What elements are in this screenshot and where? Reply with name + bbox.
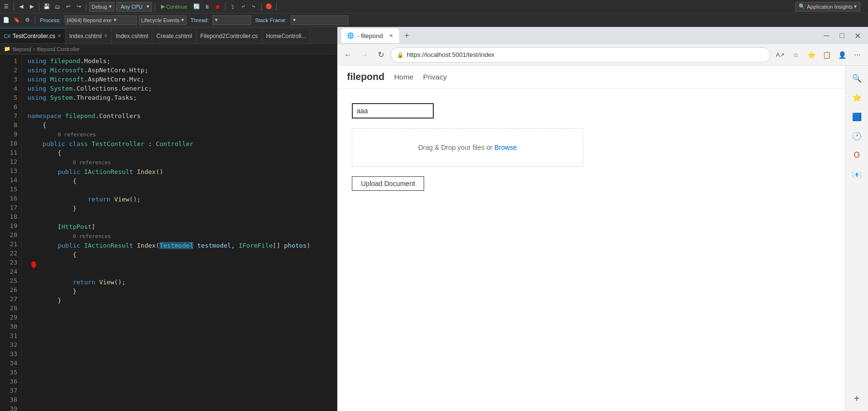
code-panel: C# TestController.cs ✕ Index.cshtml ✕ In… [0, 27, 337, 411]
add-sidebar-icon[interactable]: + [848, 390, 866, 407]
separator [13, 3, 14, 11]
code-text[interactable]: using filepond.Models; using Microsoft.A… [22, 54, 337, 411]
breakpoints-icon[interactable]: 🔴 [265, 2, 273, 11]
favorites-button[interactable]: ☆ [789, 48, 802, 62]
nav-home-link[interactable]: Home [394, 73, 414, 81]
lifecycle-dropdown[interactable]: Lifecycle Events ▾ [139, 15, 187, 25]
text-input-field[interactable] [352, 103, 434, 119]
thread-dropdown[interactable]: ▾ [213, 15, 251, 25]
nav-forward-button[interactable]: → [358, 48, 371, 62]
step-over-icon[interactable]: ⤵ [228, 2, 237, 11]
undo-icon[interactable]: ↩ [64, 2, 72, 11]
search-sidebar-icon[interactable]: 🔍 [848, 69, 866, 87]
browser-chrome: 🌐 - filepond ✕ + ─ □ ✕ ← → ↻ 🔒 [337, 27, 868, 66]
cs-file-icon: C# [4, 33, 11, 39]
line-numbers: 12345 678910 1112131415 1617181920 21222… [0, 54, 22, 411]
browser-tab-title: - filepond [357, 32, 383, 40]
dropzone[interactable]: Drag & Drop your files or Browse [352, 128, 583, 167]
separator [276, 3, 277, 11]
browser-right-sidebar: 🔍 ⭐ 🟦 🕐 O 📧 + [845, 66, 868, 411]
nav-back-button[interactable]: ← [341, 48, 355, 62]
history-sidebar-icon[interactable]: 🕐 [848, 127, 866, 145]
minimize-button[interactable]: ─ [820, 29, 833, 42]
debug2-icon[interactable]: ⚙ [23, 16, 32, 25]
save-icon[interactable]: 💾 [42, 2, 51, 11]
code-editor[interactable]: 12345 678910 1112131415 1617181920 21222… [0, 54, 337, 411]
tab-favicon: 🌐 [347, 32, 354, 39]
separator [261, 3, 262, 11]
outlook-sidebar-icon[interactable]: 📧 [848, 166, 866, 183]
site-main: Drag & Drop your files or Browse Upload … [337, 89, 845, 411]
office-sidebar-icon[interactable]: O [848, 146, 866, 164]
site-brand: filepond [347, 71, 385, 82]
browser-panel: 🌐 - filepond ✕ + ─ □ ✕ ← → ↻ 🔒 [337, 27, 868, 411]
favorites-bar-icon[interactable]: ⭐ [804, 48, 818, 62]
editor-tab-bar: C# TestController.cs ✕ Index.cshtml ✕ In… [0, 27, 337, 44]
file-icon[interactable]: 📄 [2, 16, 11, 25]
upload-document-button[interactable]: Upload Document [352, 176, 424, 191]
config-dropdown[interactable]: Debug ▾ [89, 2, 114, 12]
close-window-button[interactable]: ✕ [851, 29, 864, 42]
menu-icon[interactable]: ☰ [2, 2, 11, 11]
separator [35, 16, 35, 24]
browser-nav-bar: ← → ↻ 🔒 https://localhost:5001/test/inde… [337, 44, 868, 66]
settings-more-button[interactable]: ⋯ [851, 48, 864, 62]
pause-icon[interactable]: ⏸ [203, 2, 212, 11]
restore-button[interactable]: □ [835, 29, 849, 42]
cpu-dropdown[interactable]: Any CPU ▾ [116, 2, 151, 12]
new-tab-button[interactable]: + [400, 29, 414, 42]
nav-refresh-button[interactable]: ↻ [374, 48, 387, 62]
tab-index-cshtml[interactable]: Index.cshtml ✕ [66, 28, 112, 43]
read-aloud-button[interactable]: A↗ [774, 48, 787, 62]
close-tab-testcontroller[interactable]: ✕ [57, 33, 61, 39]
separator [155, 3, 155, 11]
separator [86, 3, 86, 11]
app-insights-button[interactable]: 🔍 Application Insights ▾ [795, 2, 860, 12]
browser-tab-bar: 🌐 - filepond ✕ + ─ □ ✕ [337, 27, 868, 44]
restart-icon[interactable]: 🔄 [192, 2, 201, 11]
back-icon[interactable]: ◀ [17, 2, 26, 11]
file-path-bar: 📁 filepond › filepond.Controller [0, 44, 337, 54]
dropzone-text: Drag & Drop your files or Browse [418, 144, 517, 151]
tab-filepond2controller[interactable]: Filepond2Controller.cs [197, 28, 262, 43]
site-navbar: filepond Home Privacy [337, 66, 845, 89]
vs-toolbar-top: ☰ ◀ ▶ 💾 🗂 ↩ ↪ Debug ▾ Any CPU ▾ ▶ Contin… [0, 0, 868, 13]
stack-frame-dropdown[interactable]: ▾ [291, 15, 348, 25]
tab-create-cshtml[interactable]: Create.cshtml [152, 28, 196, 43]
browse-link[interactable]: Browse [494, 144, 517, 151]
close-tab-index[interactable]: ✕ [104, 33, 107, 39]
lock-icon: 🔒 [397, 52, 404, 58]
save-all-icon[interactable]: 🗂 [53, 2, 62, 11]
file-class-path: filepond.Controller [37, 46, 80, 52]
vs-toolbar-second: 📄 🔖 ⚙ Process: [4064] filepond.exe ▾ Lif… [0, 13, 868, 27]
bookmark-icon[interactable]: 🔖 [13, 16, 21, 25]
continue-button[interactable]: ▶ Continue [158, 2, 190, 12]
browser-main-row: filepond Home Privacy Drag & Drop your f… [337, 66, 868, 411]
process-dropdown[interactable]: [4064] filepond.exe ▾ [65, 15, 137, 25]
tab-index-cshtml2[interactable]: Index.cshtml [112, 28, 152, 43]
collections-sidebar-icon[interactable]: 🟦 [848, 108, 866, 125]
separator [39, 3, 40, 11]
forward-icon[interactable]: ▶ [27, 2, 36, 11]
file-path: filepond [13, 46, 31, 52]
address-bar[interactable]: 🔒 https://localhost:5001/test/index [390, 47, 771, 63]
play-icon: ▶ [161, 3, 165, 10]
favorites-sidebar-icon[interactable]: ⭐ [848, 89, 866, 106]
stop-icon[interactable]: ⏹ [214, 2, 222, 11]
browser-tab-active[interactable]: 🌐 - filepond ✕ [341, 28, 399, 43]
main-area: C# TestController.cs ✕ Index.cshtml ✕ In… [0, 27, 868, 411]
browser-content: filepond Home Privacy Drag & Drop your f… [337, 66, 845, 411]
redo-icon[interactable]: ↪ [74, 2, 83, 11]
step-out-icon[interactable]: ⤷ [250, 2, 258, 11]
browser-tab-close[interactable]: ✕ [389, 33, 393, 39]
step-into-icon[interactable]: ⤶ [239, 2, 248, 11]
tab-testcontroller[interactable]: C# TestController.cs ✕ [0, 28, 66, 43]
browser-action-buttons: A↗ ☆ ⭐ 📋 👤 ⋯ [774, 48, 864, 62]
collections-button[interactable]: 📋 [820, 48, 833, 62]
profile-button[interactable]: 👤 [835, 48, 849, 62]
address-url: https://localhost:5001/test/index [407, 51, 764, 58]
tab-homecontroller[interactable]: HomeControll... [262, 28, 310, 43]
nav-privacy-link[interactable]: Privacy [423, 73, 447, 81]
solution-icon: 📁 [4, 46, 11, 52]
separator [225, 3, 226, 11]
